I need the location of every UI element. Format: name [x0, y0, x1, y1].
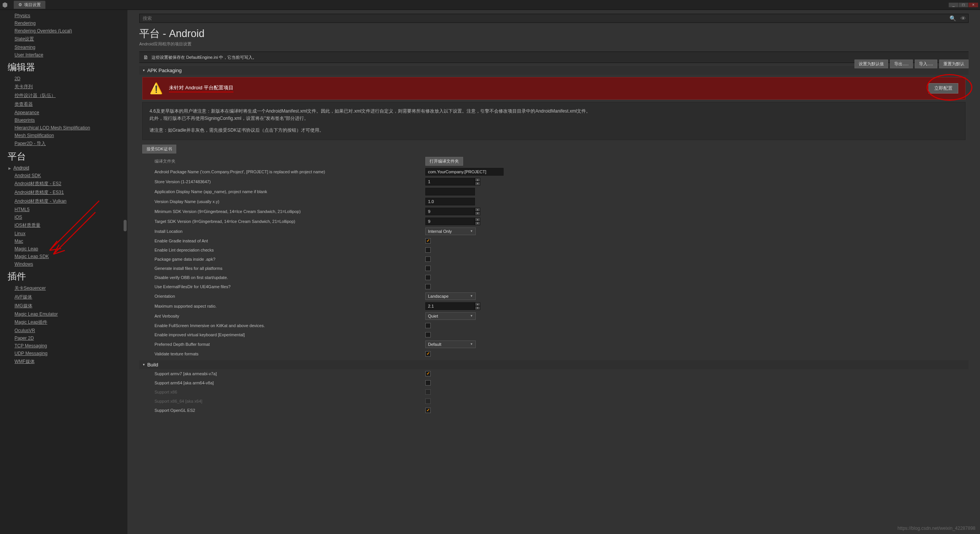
validate-textures-checkbox[interactable]: [425, 351, 431, 357]
lint-checkbox[interactable]: [425, 247, 431, 253]
window-tab[interactable]: ⚙ 项目设置: [14, 1, 45, 9]
search-icon[interactable]: 🔍: [947, 15, 958, 21]
search-bar[interactable]: 🔍 👁: [139, 14, 969, 23]
sidebar-item-label: HTML5: [14, 207, 29, 212]
label: Maximum supported aspect ratio.: [154, 304, 425, 308]
config-warning-banner: ⚠️ 未针对 Android 平台配置项目 立即配置: [142, 77, 966, 100]
gear-icon: ⚙: [18, 2, 22, 7]
eye-icon[interactable]: 👁: [958, 15, 968, 21]
apk-section-title: APK Packaging: [147, 68, 182, 73]
sidebar-item-physics[interactable]: Physics: [0, 12, 127, 19]
close-button[interactable]: ×: [969, 3, 978, 7]
external-files-checkbox[interactable]: [425, 284, 431, 289]
spin-down[interactable]: ▼: [475, 182, 480, 186]
export-button[interactable]: 导出.....: [890, 60, 912, 68]
label: Validate texture formats: [154, 352, 425, 356]
sidebar-item-label: Android SDK: [14, 173, 41, 178]
sidebar-item-label: Magic Leap Emulator: [14, 311, 58, 317]
ant-verbosity-select[interactable]: Quiet▼: [425, 312, 476, 320]
sidebar-item-oculusvr[interactable]: OculusVR: [0, 327, 127, 334]
spin-down[interactable]: ▼: [475, 221, 480, 225]
aspect-ratio-input[interactable]: [425, 302, 475, 310]
sidebar-item-wmf-[interactable]: WMF媒体: [0, 357, 127, 366]
sidebar-item-magic-leap-emulator[interactable]: Magic Leap Emulator: [0, 310, 127, 318]
gen-install-checkbox[interactable]: [425, 266, 431, 271]
sidebar-item-appearance[interactable]: Appearance: [0, 109, 127, 116]
triangle-down-icon: ▼: [142, 69, 145, 72]
opengl-es2-checkbox[interactable]: [425, 408, 431, 413]
scrollbar-thumb[interactable]: [124, 220, 127, 231]
version-display-input[interactable]: [425, 198, 475, 205]
disable-obb-checkbox[interactable]: [425, 275, 431, 280]
sidebar-item-android[interactable]: ▶Android: [0, 164, 127, 172]
install-location-select[interactable]: Internal Only▼: [425, 227, 476, 235]
sidebar-item-magic-leap-[interactable]: Magic Leap插件: [0, 318, 127, 327]
configure-now-button[interactable]: 立即配置: [929, 83, 958, 94]
sidebar-item--[interactable]: 关卡序列: [0, 82, 127, 91]
sidebar-item--[interactable]: 控件设计器（队伍）: [0, 91, 127, 100]
sidebar-item-streaming[interactable]: Streaming: [0, 44, 127, 51]
orientation-select[interactable]: Landscape▼: [425, 292, 476, 300]
min-sdk-input[interactable]: [425, 208, 475, 215]
label: Generate install files for all platforms: [154, 266, 425, 271]
package-name-input[interactable]: [425, 168, 504, 176]
package-data-checkbox[interactable]: [425, 257, 431, 262]
sidebar-item-tcp-messaging[interactable]: TCP Messaging: [0, 342, 127, 350]
gradle-checkbox[interactable]: [425, 238, 431, 244]
sidebar-item-windows[interactable]: Windows: [0, 260, 127, 268]
sidebar-item-label: Rendering Overrides (Local): [14, 28, 72, 34]
spin-up[interactable]: ▲: [475, 178, 480, 182]
fullscreen-checkbox[interactable]: [425, 323, 431, 328]
sidebar-item-label: Streaming: [14, 45, 35, 50]
search-input[interactable]: [140, 14, 947, 23]
sidebar-item-android-sdk[interactable]: Android SDK: [0, 172, 127, 179]
sidebar-item-slate-[interactable]: Slate设置: [0, 35, 127, 44]
sidebar-item-blueprints[interactable]: Blueprints: [0, 116, 127, 124]
label: Version Display Name (usually x.y): [154, 199, 425, 204]
sidebar-item-rendering-overrides-local-[interactable]: Rendering Overrides (Local): [0, 27, 127, 35]
sidebar-item-udp-messaging[interactable]: UDP Messaging: [0, 350, 127, 357]
store-version-input[interactable]: [425, 178, 475, 186]
virtual-keyboard-checkbox[interactable]: [425, 332, 431, 337]
open-build-folder-button[interactable]: 打开编译文件夹: [425, 157, 463, 166]
label: Enable FullScreen Immersive on KitKat an…: [154, 323, 425, 328]
build-section-header[interactable]: ▼ Build: [139, 360, 969, 369]
import-button[interactable]: 导入.....: [915, 60, 937, 68]
sidebar-item-img-[interactable]: IMG媒体: [0, 302, 127, 310]
depth-buffer-select[interactable]: Default▼: [425, 340, 476, 348]
sidebar-item-mesh-simplification[interactable]: Mesh Simplification: [0, 132, 127, 139]
minimize-button[interactable]: _: [949, 3, 958, 7]
label: Orientation: [154, 294, 425, 298]
sidebar-category-editor: 编辑器: [0, 59, 127, 75]
spin-up[interactable]: ▲: [475, 302, 480, 306]
spin-up[interactable]: ▲: [475, 218, 480, 221]
sidebar-item-label: User Interface: [14, 52, 43, 58]
set-default-button[interactable]: 设置为默认值: [854, 60, 888, 68]
page-title: 平台 - Android: [139, 27, 969, 40]
sidebar-item-label: Android材质精度 - ES31: [14, 190, 64, 195]
spin-up[interactable]: ▲: [475, 208, 480, 211]
accept-sdk-button[interactable]: 接受SDK证书: [142, 145, 176, 153]
sidebar-item-label: 关卡Sequencer: [14, 286, 46, 291]
arm64-checkbox[interactable]: [425, 380, 431, 386]
sidebar-item--sequencer[interactable]: 关卡Sequencer: [0, 284, 127, 293]
sidebar-item-paper2d-[interactable]: Paper2D - 导入: [0, 139, 127, 148]
sidebar-item-hierarchical-lod-mesh-simplification[interactable]: Hierarchical LOD Mesh Simplification: [0, 124, 127, 132]
maximize-button[interactable]: □: [959, 3, 968, 7]
sidebar-item-avf-[interactable]: AVF媒体: [0, 293, 127, 302]
apk-section-header[interactable]: ▼ APK Packaging: [139, 66, 969, 75]
sidebar-item--[interactable]: 类查看器: [0, 100, 127, 109]
app-display-name-input[interactable]: [425, 188, 475, 195]
armv7-checkbox[interactable]: [425, 371, 431, 376]
sidebar-item-android-es31[interactable]: Android材质精度 - ES31: [0, 188, 127, 197]
reset-default-button[interactable]: 重置为默认: [939, 60, 969, 68]
sidebar-item-2d[interactable]: 2D: [0, 75, 127, 82]
sidebar-item-label: AVF媒体: [14, 294, 32, 300]
spin-down[interactable]: ▼: [475, 306, 480, 310]
sidebar-item-paper-2d[interactable]: Paper 2D: [0, 334, 127, 342]
sidebar-item-android-es2[interactable]: Android材质精度 - ES2: [0, 179, 127, 188]
spin-down[interactable]: ▼: [475, 211, 480, 215]
sidebar-item-rendering[interactable]: Rendering: [0, 19, 127, 27]
sidebar-item-user-interface[interactable]: User Interface: [0, 51, 127, 59]
target-sdk-input[interactable]: [425, 218, 475, 225]
